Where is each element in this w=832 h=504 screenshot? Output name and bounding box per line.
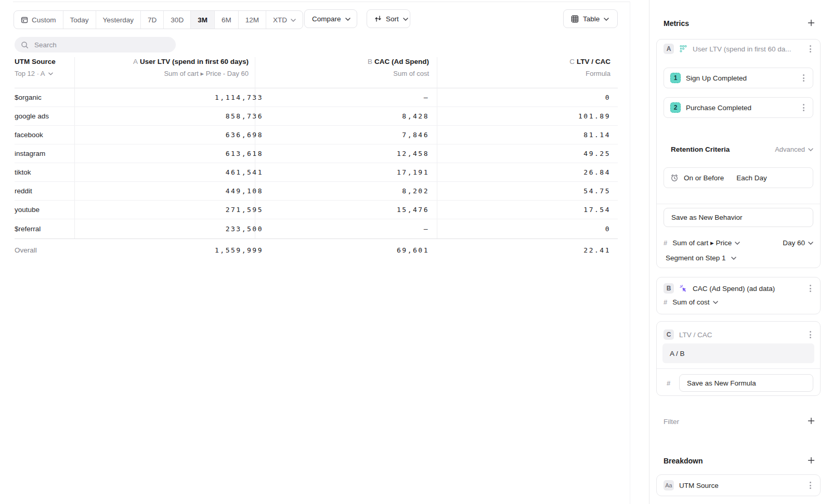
sort-button[interactable]: Sort xyxy=(367,9,410,28)
chevron-down-icon xyxy=(713,301,718,304)
date-range-custom[interactable]: Custom xyxy=(14,11,63,29)
criteria-frequency-selector[interactable]: Each Day xyxy=(736,174,767,182)
search-icon xyxy=(21,41,29,49)
chevron-down-icon xyxy=(291,19,296,22)
metric-c-title: LTV / CAC xyxy=(679,331,802,339)
date-range-12m[interactable]: 12M xyxy=(239,11,266,29)
save-as-new-formula-button[interactable]: Save as New Formula xyxy=(679,374,813,392)
metric-b-menu-button[interactable] xyxy=(808,283,813,294)
column-header-c[interactable]: CLTV / CAC Formula xyxy=(442,58,610,77)
number-type-icon xyxy=(664,239,667,247)
metric-b-title: CAC (Ad Spend) (ad data) xyxy=(693,285,802,293)
sort-arrows-icon xyxy=(374,15,382,22)
chevron-down-icon xyxy=(403,18,408,21)
chevron-down-icon xyxy=(808,148,813,151)
metric-letter-badge: C xyxy=(664,329,674,340)
table-row[interactable]: google ads 858,736 8,428 101.89 xyxy=(15,107,618,126)
metric-a-menu-button[interactable] xyxy=(808,43,813,55)
retention-mode-selector[interactable]: Advanced xyxy=(775,145,813,153)
breakdown-item-row: Aa UTM Source xyxy=(664,480,813,491)
step-number-badge: 2 xyxy=(670,102,681,113)
metric-c-save-row xyxy=(667,379,670,387)
main-card-right-border xyxy=(630,2,630,504)
add-breakdown-button[interactable] xyxy=(807,456,815,465)
ad-data-icon xyxy=(679,284,687,293)
number-type-icon xyxy=(667,379,670,387)
chevron-down-icon xyxy=(48,72,53,75)
funnel-step-2[interactable]: 2 Purchase Completed xyxy=(664,97,813,118)
criteria-type-selector[interactable]: On or Before xyxy=(684,174,724,182)
date-range-yesterday[interactable]: Yesterday xyxy=(96,11,141,29)
column-header-utm-source: UTM Source Top 12 · A xyxy=(15,58,73,77)
step-label: Sign Up Completed xyxy=(686,74,796,82)
step-2-menu-button[interactable] xyxy=(801,102,807,113)
step-1-menu-button[interactable] xyxy=(801,72,807,84)
calendar-icon xyxy=(21,16,28,23)
step-label: Purchase Completed xyxy=(686,104,796,112)
table-row[interactable]: instagram 613,618 12,458 49.25 xyxy=(15,144,618,163)
metric-a-aggregation-row: Sum of cart ▸ Price Day 60 xyxy=(664,238,813,247)
column-header-a[interactable]: AUser LTV (spend in first 60 days) Sum o… xyxy=(83,58,249,77)
date-range-30d[interactable]: 30D xyxy=(164,11,191,29)
retention-criteria-card: On or Before Each Day xyxy=(664,167,813,188)
chevron-down-icon xyxy=(735,242,740,245)
date-range-3m-selected[interactable]: 3M xyxy=(191,11,215,29)
card-divider xyxy=(657,204,820,204)
chevron-down-icon xyxy=(808,242,813,245)
metric-c-menu-button[interactable] xyxy=(808,329,813,340)
table-row[interactable]: tiktok 461,541 17,191 26.84 xyxy=(15,163,618,182)
metric-letter-badge: A xyxy=(664,44,674,54)
column-header-b[interactable]: BCAC (Ad Spend) Sum of cost xyxy=(260,58,429,77)
metric-a-header: A User LTV (spend in first 60 da... xyxy=(664,43,813,55)
chevron-down-icon xyxy=(731,257,736,260)
grid-icon xyxy=(571,15,579,23)
date-range-label: Custom xyxy=(32,16,56,24)
step-number-badge: 1 xyxy=(670,73,681,83)
metric-c-header: C LTV / CAC xyxy=(664,329,813,340)
aggregation-selector[interactable]: Sum of cart ▸ Price xyxy=(672,238,740,247)
segment-on-step-selector[interactable]: Segment on Step 1 xyxy=(666,254,736,262)
filter-section-title: Filter xyxy=(664,418,679,426)
save-as-new-behavior-button[interactable]: Save as New Behavior xyxy=(664,208,813,227)
table-row[interactable]: $referral 233,500 – 0 xyxy=(15,219,618,238)
metrics-section-title: Metrics xyxy=(664,19,689,28)
formula-input[interactable]: A / B xyxy=(662,343,814,363)
alarm-clock-icon xyxy=(670,174,679,182)
table-row[interactable]: facebook 636,698 7,846 81.14 xyxy=(15,125,618,144)
string-type-badge: Aa xyxy=(664,480,674,490)
row-limit-selector[interactable]: Top 12 · A xyxy=(15,70,73,77)
search-input[interactable] xyxy=(33,41,160,49)
metric-b-aggregation-row: Sum of cost xyxy=(664,298,718,306)
view-as-table-button[interactable]: Table xyxy=(563,9,618,28)
table-overall-row: Overall 1,559,999 69,601 22.41 xyxy=(15,238,618,261)
metric-letter-badge: B xyxy=(664,283,674,294)
chevron-down-icon xyxy=(345,18,350,21)
card-divider xyxy=(657,368,820,369)
metric-a-title: User LTV (spend in first 60 da... xyxy=(693,45,802,53)
date-range-7d[interactable]: 7D xyxy=(141,11,164,29)
search-box xyxy=(15,37,176,52)
date-range-xtd[interactable]: XTD xyxy=(266,11,303,29)
retention-criteria-label: Retention Criteria xyxy=(671,145,770,153)
table-row[interactable]: reddit 449,108 8,202 54.75 xyxy=(15,181,618,201)
add-filter-button[interactable] xyxy=(807,417,815,425)
window-selector[interactable]: Day 60 xyxy=(783,239,813,247)
chevron-down-icon xyxy=(604,18,609,21)
metric-b-header: B CAC (Ad Spend) (ad data) xyxy=(664,283,813,294)
date-range-control: Custom Today Yesterday 7D 30D 3M 6M 12M … xyxy=(14,10,303,29)
date-range-today[interactable]: Today xyxy=(63,11,96,29)
behavioral-metric-icon xyxy=(679,45,687,53)
aggregation-selector[interactable]: Sum of cost xyxy=(672,298,718,306)
date-range-6m[interactable]: 6M xyxy=(215,11,239,29)
retention-criteria-row: Retention Criteria Advanced xyxy=(671,145,813,153)
compare-button[interactable]: Compare xyxy=(304,9,357,28)
add-metric-button[interactable] xyxy=(807,19,815,27)
breakdown-section-title: Breakdown xyxy=(664,457,703,465)
breakdown-item-label: UTM Source xyxy=(679,482,802,489)
table-row[interactable]: youtube 271,595 15,476 17.54 xyxy=(15,200,618,219)
number-type-icon xyxy=(664,298,667,306)
sidebar-divider xyxy=(649,0,649,504)
breakdown-menu-button[interactable] xyxy=(808,480,813,491)
table-row[interactable]: $organic 1,114,733 – 0 xyxy=(15,88,618,107)
funnel-step-1[interactable]: 1 Sign Up Completed xyxy=(664,68,813,88)
